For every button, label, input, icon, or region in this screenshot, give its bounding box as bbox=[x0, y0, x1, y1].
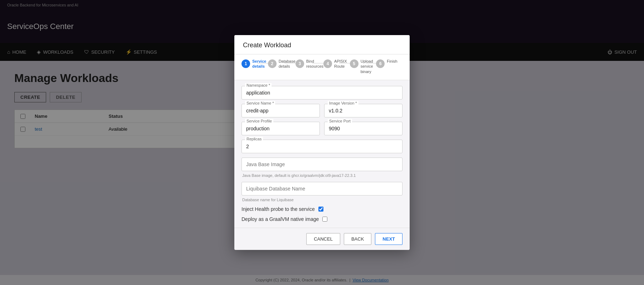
step-2-circle: 2 bbox=[268, 59, 277, 68]
step-3-circle: 3 bbox=[296, 59, 304, 68]
step-1-label: Servicedetails bbox=[252, 59, 266, 69]
back-button[interactable]: BACK bbox=[344, 233, 371, 245]
service-image-row: Service Name * Image Version * bbox=[241, 104, 402, 117]
service-name-input[interactable] bbox=[241, 104, 320, 117]
step-5-circle: 5 bbox=[350, 59, 358, 68]
service-profile-field: Service Profile bbox=[241, 122, 320, 135]
service-port-input[interactable] bbox=[324, 122, 402, 135]
image-version-label: Image Version * bbox=[328, 101, 358, 105]
step-6-circle: 6 bbox=[376, 59, 385, 68]
step-5-label: Uploadservicebinary bbox=[361, 59, 373, 74]
step-6-label: Finish bbox=[387, 59, 397, 64]
modal-title: Create Workload bbox=[234, 35, 410, 54]
step-1: 1 Servicedetails bbox=[241, 59, 268, 69]
inject-health-probe-row: Inject Health probe to the service bbox=[241, 206, 402, 212]
replicas-label: Replicas bbox=[245, 137, 263, 141]
graalvm-checkbox[interactable] bbox=[322, 217, 327, 222]
step-4-label: APISIXRoute bbox=[334, 59, 347, 69]
java-base-image-field bbox=[241, 158, 402, 171]
step-4: 4 APISIXRoute bbox=[323, 59, 350, 69]
next-button[interactable]: NEXT bbox=[375, 233, 402, 245]
inject-health-probe-checkbox[interactable] bbox=[318, 207, 323, 212]
namespace-field: Namespace * bbox=[241, 86, 402, 100]
image-version-field: Image Version * bbox=[324, 104, 402, 117]
namespace-label: Namespace * bbox=[245, 83, 272, 87]
step-3: 3 Bindresources bbox=[296, 59, 323, 69]
graalvm-label: Deploy as a GraalVM native image bbox=[241, 216, 319, 222]
stepper: 1 Servicedetails 2 Databasedetails 3 Bin… bbox=[234, 54, 410, 80]
namespace-input[interactable] bbox=[241, 86, 402, 100]
step-5: 5 Uploadservicebinary bbox=[350, 59, 376, 74]
liquibase-field bbox=[241, 182, 402, 195]
modal-overlay: Create Workload 1 Servicedetails 2 Datab… bbox=[0, 0, 644, 285]
replicas-input[interactable] bbox=[241, 140, 402, 153]
replicas-field: Replicas bbox=[241, 140, 402, 153]
service-name-field: Service Name * bbox=[241, 104, 320, 117]
step-2-label: Databasedetails bbox=[279, 59, 296, 69]
service-port-field: Service Port bbox=[324, 122, 402, 135]
step-3-label: Bindresources bbox=[306, 59, 323, 69]
service-profile-label: Service Profile bbox=[245, 119, 273, 123]
java-base-image-input[interactable] bbox=[241, 158, 402, 171]
liquibase-input[interactable] bbox=[241, 182, 402, 195]
modal-body: Namespace * Service Name * Image Version… bbox=[234, 80, 410, 228]
image-version-input[interactable] bbox=[324, 104, 402, 117]
modal-footer: CANCEL BACK NEXT bbox=[234, 228, 410, 250]
inject-health-probe-label: Inject Health probe to the service bbox=[241, 206, 315, 212]
service-port-label: Service Port bbox=[328, 119, 352, 123]
graalvm-row: Deploy as a GraalVM native image bbox=[241, 216, 402, 222]
step-1-circle: 1 bbox=[241, 59, 250, 68]
liquibase-hint: Database name for Liquibase bbox=[241, 198, 402, 202]
step-2: 2 Databasedetails bbox=[268, 59, 296, 69]
service-name-label: Service Name * bbox=[245, 101, 275, 105]
create-workload-modal: Create Workload 1 Servicedetails 2 Datab… bbox=[234, 35, 410, 250]
step-6: 6 Finish bbox=[376, 59, 402, 68]
profile-port-row: Service Profile Service Port bbox=[241, 122, 402, 135]
cancel-button[interactable]: CANCEL bbox=[306, 233, 340, 245]
java-base-image-hint: Java Base image, default is ghcr.io/graa… bbox=[241, 173, 402, 178]
service-profile-input[interactable] bbox=[241, 122, 320, 135]
step-4-circle: 4 bbox=[323, 59, 332, 68]
